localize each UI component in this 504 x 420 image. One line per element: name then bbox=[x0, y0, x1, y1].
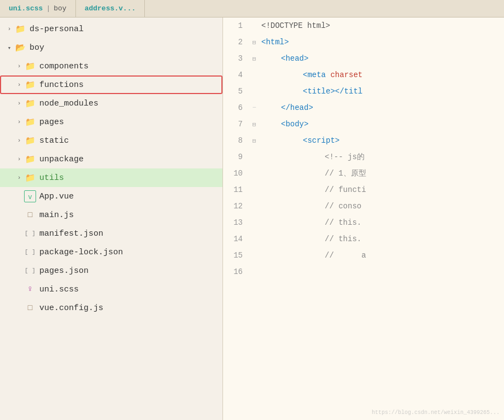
code-line-1: 1 <!DOCTYPE html> bbox=[223, 18, 504, 34]
sidebar-item-boy[interactable]: 📂 boy bbox=[0, 38, 222, 57]
fold-indicator[interactable] bbox=[249, 34, 259, 50]
chevron-icon bbox=[14, 81, 24, 88]
sidebar-item-label: boy bbox=[30, 43, 44, 52]
code-text: <body> bbox=[259, 116, 504, 132]
sidebar-item-manifest-json[interactable]: [ ] manifest.json bbox=[0, 224, 222, 243]
sidebar-item-label: pages.json bbox=[39, 266, 89, 276]
code-text: // this. bbox=[259, 214, 504, 231]
main-layout: 📁 ds-personal 📂 boy 📁 components 📁 funct… bbox=[0, 18, 504, 420]
line-number: 16 bbox=[223, 264, 249, 280]
code-line-3: 3 <head> bbox=[223, 50, 504, 67]
fold-indicator bbox=[249, 165, 259, 182]
tab-address-vue[interactable]: address.v... bbox=[76, 0, 145, 17]
tab-separator: | bbox=[46, 4, 50, 13]
scss-file-icon: ♀ bbox=[24, 283, 36, 295]
fold-indicator bbox=[249, 247, 259, 264]
code-line-16: 16 bbox=[223, 264, 504, 280]
sidebar-item-vue-config-js[interactable]: □ vue.config.js bbox=[0, 299, 222, 317]
chevron-icon bbox=[14, 119, 24, 125]
line-number: 12 bbox=[223, 198, 249, 214]
line-number: 15 bbox=[223, 247, 249, 264]
chevron-icon bbox=[14, 156, 24, 162]
line-number: 10 bbox=[223, 165, 249, 182]
sidebar-item-label: unpackage bbox=[39, 155, 84, 164]
code-text: // 1、原型 bbox=[259, 165, 504, 182]
folder-icon: 📁 bbox=[24, 153, 36, 165]
code-line-12: 12 // conso bbox=[223, 198, 504, 214]
sidebar-item-unpackage[interactable]: 📁 unpackage bbox=[0, 150, 222, 168]
fold-open-icon[interactable] bbox=[253, 56, 256, 62]
fold-indicator bbox=[249, 149, 259, 165]
sidebar-item-label: vue.config.js bbox=[39, 304, 103, 313]
code-line-5: 5 <title></titl bbox=[223, 83, 504, 100]
folder-icon: 📁 bbox=[24, 60, 36, 72]
sidebar-item-app-vue[interactable]: v App.vue bbox=[0, 187, 222, 206]
line-number: 1 bbox=[223, 18, 249, 34]
fold-indicator bbox=[249, 182, 259, 198]
line-number: 14 bbox=[223, 231, 249, 247]
line-number: 9 bbox=[223, 149, 249, 165]
fold-indicator[interactable] bbox=[249, 18, 259, 34]
js-file-icon: □ bbox=[24, 209, 36, 221]
sidebar-item-static[interactable]: 📁 static bbox=[0, 131, 222, 150]
code-line-8: 8 <script> bbox=[223, 132, 504, 149]
chevron-icon bbox=[14, 100, 24, 107]
sidebar-item-label: utils bbox=[39, 173, 64, 183]
line-number: 6 bbox=[223, 100, 249, 116]
fold-indicator bbox=[249, 83, 259, 100]
folder-icon: 📁 bbox=[24, 135, 36, 147]
line-number: 2 bbox=[223, 34, 249, 50]
sidebar-item-pages-json[interactable]: [ ] pages.json bbox=[0, 261, 222, 280]
folder-open-icon: 📂 bbox=[14, 42, 26, 54]
code-text: <html> bbox=[259, 34, 504, 50]
chevron-icon bbox=[4, 44, 14, 51]
code-text: <!-- js的 bbox=[259, 149, 504, 165]
line-number: 7 bbox=[223, 116, 249, 132]
sidebar-item-utils[interactable]: 📁 utils bbox=[0, 168, 222, 187]
line-number: 8 bbox=[223, 132, 249, 149]
sidebar-item-functions[interactable]: 📁 functions bbox=[0, 75, 222, 94]
chevron-icon bbox=[14, 63, 24, 69]
fold-indicator[interactable] bbox=[249, 132, 259, 149]
sidebar-item-components[interactable]: 📁 components bbox=[0, 57, 222, 75]
fold-indicator[interactable] bbox=[249, 50, 259, 67]
folder-icon: 📁 bbox=[24, 79, 36, 91]
code-line-15: 15 // a bbox=[223, 247, 504, 264]
sidebar-item-uni-scss[interactable]: ♀ uni.scss bbox=[0, 280, 222, 299]
folder-icon: 📁 bbox=[24, 172, 36, 184]
sidebar-item-package-lock-json[interactable]: [ ] package-lock.json bbox=[0, 243, 222, 261]
sidebar-item-label: main.js bbox=[39, 211, 74, 220]
code-text: // this. bbox=[259, 231, 504, 247]
code-line-10: 10 // 1、原型 bbox=[223, 165, 504, 182]
code-text: // conso bbox=[259, 198, 504, 214]
code-text: <title></titl bbox=[259, 83, 504, 100]
sidebar-item-ds-personal[interactable]: 📁 ds-personal bbox=[0, 20, 222, 38]
code-text: // functi bbox=[259, 182, 504, 198]
line-number: 3 bbox=[223, 50, 249, 67]
sidebar-item-main-js[interactable]: □ main.js bbox=[0, 206, 222, 224]
fold-indicator bbox=[249, 264, 259, 280]
code-line-13: 13 // this. bbox=[223, 214, 504, 231]
fold-indicator bbox=[249, 198, 259, 214]
folder-icon: 📁 bbox=[24, 116, 36, 128]
code-text: <!DOCTYPE html> bbox=[259, 18, 504, 34]
sidebar-item-node-modules[interactable]: 📁 node_modules bbox=[0, 94, 222, 113]
fold-open-icon[interactable] bbox=[253, 121, 256, 128]
code-table: 1 <!DOCTYPE html> 2 <html> bbox=[223, 18, 504, 280]
chevron-icon bbox=[14, 174, 24, 181]
fold-indicator bbox=[249, 67, 259, 83]
tab-uni-scss-label: uni.scss bbox=[9, 4, 43, 13]
code-text: </head> bbox=[259, 100, 504, 116]
tab-uni-scss[interactable]: uni.scss | boy bbox=[0, 0, 76, 17]
fold-open-icon[interactable] bbox=[253, 39, 256, 46]
code-line-4: 4 <meta charset bbox=[223, 67, 504, 83]
fold-indicator[interactable] bbox=[249, 116, 259, 132]
code-text: <meta charset bbox=[259, 67, 504, 83]
sidebar-item-label: manifest.json bbox=[39, 229, 103, 238]
code-line-9: 9 <!-- js的 bbox=[223, 149, 504, 165]
code-editor[interactable]: 1 <!DOCTYPE html> 2 <html> bbox=[223, 18, 504, 420]
fold-open-icon[interactable] bbox=[253, 138, 256, 144]
folder-icon: 📁 bbox=[24, 97, 36, 109]
sidebar-item-label: static bbox=[39, 136, 69, 145]
sidebar-item-pages[interactable]: 📁 pages bbox=[0, 113, 222, 131]
